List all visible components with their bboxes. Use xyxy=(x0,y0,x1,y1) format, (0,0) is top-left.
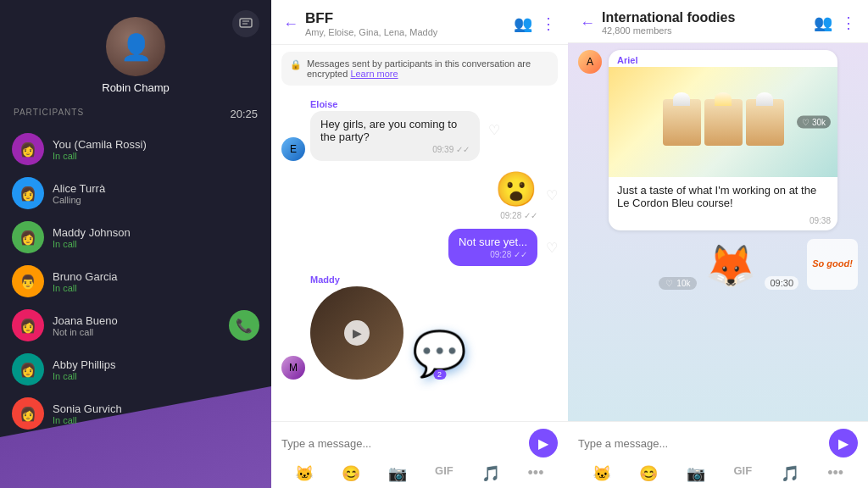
learn-more-link[interactable]: Learn more xyxy=(350,69,398,79)
sticker-row: ♡ 10k 🦊 09:30 So good! xyxy=(578,239,858,290)
right-sticker-icon[interactable]: 🐱 xyxy=(593,464,611,483)
participant-info: You (Camila Rossi) In call xyxy=(53,138,259,161)
message-bubble: Not sure yet... 09:28 ✓✓ xyxy=(448,229,537,266)
right-message-sender: Ariel xyxy=(609,50,837,67)
encrypt-text: Messages sent by participants in this co… xyxy=(307,58,531,79)
call-timer: 20:25 xyxy=(230,108,258,120)
message-avatar: M xyxy=(281,356,305,380)
add-participant-icon[interactable]: 👥 xyxy=(514,14,532,33)
participant-name: You (Camila Rossi) xyxy=(53,138,259,151)
right-emoji-icon[interactable]: 😊 xyxy=(639,464,658,483)
participant-avatar: 👩 xyxy=(12,397,44,430)
mid-title-block: BFF Amy, Eloise, Gina, Lena, Maddy xyxy=(305,10,507,37)
participant-avatar: 👨 xyxy=(12,265,44,297)
right-toolbar: 🐱 😊 📷 GIF 🎵 ••• xyxy=(578,464,858,483)
right-message-bubble: Ariel xyxy=(609,50,837,230)
message-time: 09:28 ✓✓ xyxy=(495,211,537,220)
participant-item[interactable]: 👩 Maddy Johnson In call xyxy=(0,215,271,259)
back-button-right[interactable]: ← xyxy=(580,14,595,32)
video-message[interactable]: ▶ xyxy=(310,286,403,380)
message-input[interactable] xyxy=(281,437,522,450)
so-good-sticker: So good! xyxy=(807,239,858,290)
play-button[interactable]: ▶ xyxy=(344,320,370,346)
svg-rect-0 xyxy=(240,19,252,27)
heart-reaction[interactable]: ♡ xyxy=(488,122,500,138)
participant-item[interactable]: 👩 Joana Bueno Not in call 📞 xyxy=(0,303,271,347)
participant-item[interactable]: 👩 You (Camila Rossi) In call xyxy=(0,127,271,171)
send-button[interactable]: ▶ xyxy=(529,429,558,458)
right-more-icon[interactable]: ••• xyxy=(827,464,843,483)
voice-icon[interactable]: 🎵 xyxy=(481,464,500,483)
right-gif-icon[interactable]: GIF xyxy=(733,464,752,483)
message-time: 09:28 ✓✓ xyxy=(459,250,527,259)
right-messages: A Ariel xyxy=(568,43,868,421)
chat-3d-emoji: 💬 2 xyxy=(412,328,467,380)
right-panel: ← International foodies 42,800 members 👥… xyxy=(568,0,868,488)
participants-label: PARTICIPANTS xyxy=(14,108,84,120)
message-avatar: E xyxy=(281,137,305,161)
participants-header: PARTICIPANTS 20:25 xyxy=(0,94,271,127)
food-image: ♡30k xyxy=(609,67,837,177)
right-message-avatar: A xyxy=(578,50,602,74)
message-content: Not sure yet... 09:28 ✓✓ xyxy=(448,229,537,266)
mid-title: BFF xyxy=(305,10,507,27)
message-content: Maddy ▶ xyxy=(310,274,403,380)
lock-icon: 🔒 xyxy=(290,59,302,70)
participant-info: Joana Bueno Not in call xyxy=(53,314,229,337)
camera-icon[interactable]: 📷 xyxy=(388,464,407,483)
more-icon[interactable]: ••• xyxy=(528,464,544,483)
gif-icon[interactable]: GIF xyxy=(435,464,453,483)
reaction-count: 2 xyxy=(433,369,446,380)
right-message-row: A Ariel xyxy=(578,50,858,230)
bottom-like-count: 10k xyxy=(676,279,690,288)
participant-name: Alice Turrà xyxy=(53,182,259,195)
participant-item[interactable]: 👩 Sonia Gurvich In call xyxy=(0,391,271,435)
chat-messages: E Eloise Hey girls, are you coming to th… xyxy=(271,92,568,421)
heart-sticker: ♡ xyxy=(665,279,673,288)
participant-info: Sonia Gurvich In call xyxy=(53,402,259,425)
right-voice-icon[interactable]: 🎵 xyxy=(781,464,799,483)
emoji-icon[interactable]: 😊 xyxy=(342,464,360,483)
message-row: M Maddy ▶ 💬 2 xyxy=(281,274,558,380)
message-row: E Eloise Hey girls, are you coming to th… xyxy=(281,99,558,161)
message-time: 09:39 ✓✓ xyxy=(320,145,470,154)
participant-avatar: 👩 xyxy=(12,177,44,209)
participant-name: Abby Phillips xyxy=(53,358,259,371)
right-input-row: ▶ xyxy=(578,429,858,458)
sticker-icon[interactable]: 🐱 xyxy=(295,464,314,483)
more-options-right-icon[interactable]: ⋮ xyxy=(841,14,856,32)
heart-reaction[interactable]: ♡ xyxy=(546,187,558,203)
right-message-content: Ariel xyxy=(609,50,837,230)
participant-avatar: 👩 xyxy=(12,221,44,253)
message-row: ♡ 😮 09:28 ✓✓ xyxy=(281,169,558,220)
participant-info: Bruno Garcia In call xyxy=(53,270,259,293)
participant-name: Joana Bueno xyxy=(53,314,229,327)
sticker-time: 09:30 xyxy=(765,276,798,290)
right-title: International foodies xyxy=(602,10,807,25)
participant-info: Maddy Johnson In call xyxy=(53,226,259,249)
participant-item[interactable]: 👩 Abby Phillips In call xyxy=(0,347,271,391)
right-send-button[interactable]: ▶ xyxy=(829,429,858,458)
right-title-block: International foodies 42,800 members xyxy=(602,10,807,36)
right-subtitle: 42,800 members xyxy=(602,25,807,36)
participant-name: Sonia Gurvich xyxy=(53,402,259,415)
encrypt-notice: 🔒 Messages sent by participants in this … xyxy=(281,52,558,86)
right-message-text: Just a taste of what I'm working on at t… xyxy=(609,177,837,216)
right-message-input[interactable] xyxy=(578,437,822,450)
right-input-area: ▶ 🐱 😊 📷 GIF 🎵 ••• xyxy=(568,421,868,488)
heart-reaction[interactable]: ♡ xyxy=(546,240,558,256)
participant-item[interactable]: 👩 Alice Turrà Calling xyxy=(0,171,271,215)
add-member-icon[interactable]: 👥 xyxy=(814,14,832,32)
back-button[interactable]: ← xyxy=(283,15,298,33)
mid-input-row: ▶ xyxy=(281,429,558,458)
more-options-icon[interactable]: ⋮ xyxy=(541,14,556,33)
participant-item[interactable]: 👨 Bruno Garcia In call xyxy=(0,259,271,303)
left-panel: 👤 Robin Champ PARTICIPANTS 20:25 👩 You (… xyxy=(0,0,271,488)
message-content: Eloise Hey girls, are you coming to the … xyxy=(310,99,480,161)
message-text: Hey girls, are you coming to the party? xyxy=(320,118,457,143)
chat-icon[interactable] xyxy=(232,10,259,37)
participant-status: In call xyxy=(53,239,259,249)
right-camera-icon[interactable]: 📷 xyxy=(687,464,705,483)
message-bubble: Hey girls, are you coming to the party? … xyxy=(310,111,480,161)
call-button[interactable]: 📞 xyxy=(229,310,259,341)
